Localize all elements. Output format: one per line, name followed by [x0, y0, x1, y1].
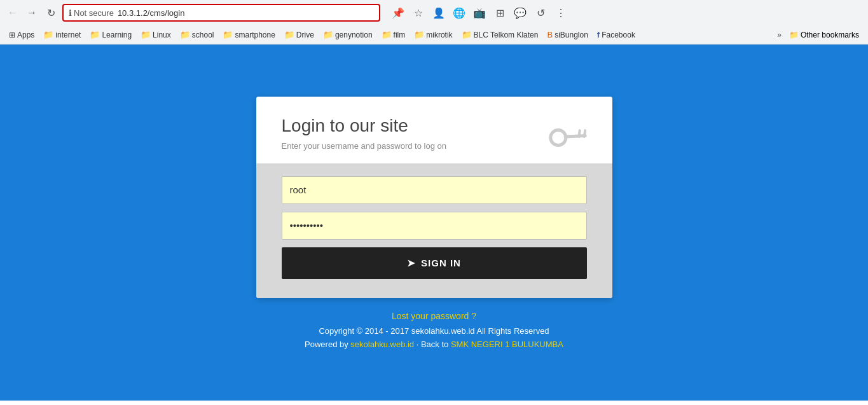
menu-button[interactable]: ⋮ [552, 4, 570, 22]
folder-icon: 📁 [223, 30, 233, 39]
browser-toolbar: ← → ↻ ℹ Not secure 10.3.1.2/cms/login 📌 … [0, 0, 868, 25]
other-bookmarks[interactable]: 📁 Other bookmarks [785, 29, 863, 41]
folder-icon: 📁 [284, 30, 294, 39]
page-content: Login to our site Enter your username an… [0, 45, 868, 401]
info-icon: ℹ [69, 8, 72, 18]
powered-by-link[interactable]: sekolahku.web.id [350, 340, 414, 349]
bookmark-sibunglon[interactable]: B siBunglon [543, 29, 591, 41]
security-label: Not secure [74, 8, 114, 18]
bookmark-school[interactable]: 📁 school [176, 29, 218, 41]
bookmark-drive[interactable]: 📁 Drive [280, 29, 318, 41]
browser-chrome: ← → ↻ ℹ Not secure 10.3.1.2/cms/login 📌 … [0, 0, 868, 45]
sign-in-label: SIGN IN [421, 257, 461, 268]
lost-password-link[interactable]: Lost your password ? [305, 311, 563, 321]
password-input[interactable] [282, 212, 587, 240]
folder-icon: 📁 [414, 30, 424, 39]
refresh-button[interactable]: ↺ [532, 4, 549, 22]
login-subtitle: Enter your username and password to log … [282, 141, 587, 151]
chat-button[interactable]: 💬 [511, 4, 529, 22]
login-card: Login to our site Enter your username an… [256, 97, 612, 298]
address-bar[interactable]: ℹ Not secure 10.3.1.2/cms/login [62, 4, 380, 22]
bookmark-genynotion[interactable]: 📁 genynotion [319, 29, 376, 41]
profile-button[interactable]: 👤 [430, 4, 448, 22]
folder-icon: 📁 [43, 30, 53, 39]
card-body: ➤ SIGN IN [256, 163, 612, 298]
apps-grid-button[interactable]: ⊞ [491, 4, 509, 22]
folder-icon: 📁 [90, 30, 100, 39]
username-input[interactable] [282, 176, 587, 204]
browser-actions: 📌 ☆ 👤 🌐 📺 ⊞ 💬 ↺ ⋮ [389, 4, 570, 22]
security-indicator: ℹ Not secure [69, 8, 114, 18]
url-text: 10.3.1.2/cms/login [118, 8, 185, 18]
bookmarks-more-button[interactable]: » [775, 29, 784, 41]
folder-icon: 📁 [141, 30, 151, 39]
pin-button[interactable]: 📌 [389, 4, 407, 22]
sign-in-arrow-icon: ➤ [407, 257, 416, 269]
cast-button[interactable]: 📺 [471, 4, 488, 22]
bookmark-learning[interactable]: 📁 Learning [86, 29, 135, 41]
folder-icon: 📁 [789, 31, 799, 39]
folder-icon: 📁 [180, 30, 190, 39]
svg-line-1 [565, 126, 585, 146]
bookmark-linux[interactable]: 📁 Linux [137, 29, 175, 41]
sign-in-button[interactable]: ➤ SIGN IN [282, 247, 587, 279]
facebook-icon: f [597, 30, 600, 39]
bookmarks-bar: ⊞ Apps 📁 internet 📁 Learning 📁 Linux 📁 s… [0, 25, 868, 45]
back-button[interactable]: ← [5, 5, 20, 20]
bookmark-internet[interactable]: 📁 internet [39, 29, 85, 41]
bookmark-blc[interactable]: 📁 BLC Telkom Klaten [458, 29, 542, 41]
bookmark-apps[interactable]: ⊞ Apps [5, 29, 38, 41]
username-group [282, 176, 587, 204]
password-group [282, 212, 587, 240]
folder-icon: 📁 [462, 30, 472, 39]
folder-icon: 📁 [323, 30, 333, 39]
bookmark-mikrotik[interactable]: 📁 mikrotik [410, 29, 456, 41]
translate-button[interactable]: 🌐 [450, 4, 468, 22]
bookmark-button[interactable]: ☆ [410, 4, 427, 22]
card-header: Login to our site Enter your username an… [256, 97, 612, 163]
bookmark-smartphone[interactable]: 📁 smartphone [219, 29, 279, 41]
bookmark-film[interactable]: 📁 film [378, 29, 410, 41]
copyright-text: Copyright © 2014 - 2017 sekolahku.web.id… [305, 326, 563, 336]
powered-by-text: Powered by sekolahku.web.id · Back to SM… [305, 340, 563, 349]
back-to-school-link[interactable]: SMK NEGERI 1 BULUKUMBA [451, 340, 563, 349]
folder-icon: 📁 [382, 30, 392, 39]
blogger-icon: B [547, 30, 553, 39]
reload-button[interactable]: ↻ [43, 5, 59, 20]
page-footer: Lost your password ? Copyright © 2014 - … [305, 311, 563, 349]
apps-icon: ⊞ [9, 31, 15, 39]
bookmark-facebook[interactable]: f Facebook [593, 29, 639, 41]
forward-button[interactable]: → [24, 5, 39, 20]
